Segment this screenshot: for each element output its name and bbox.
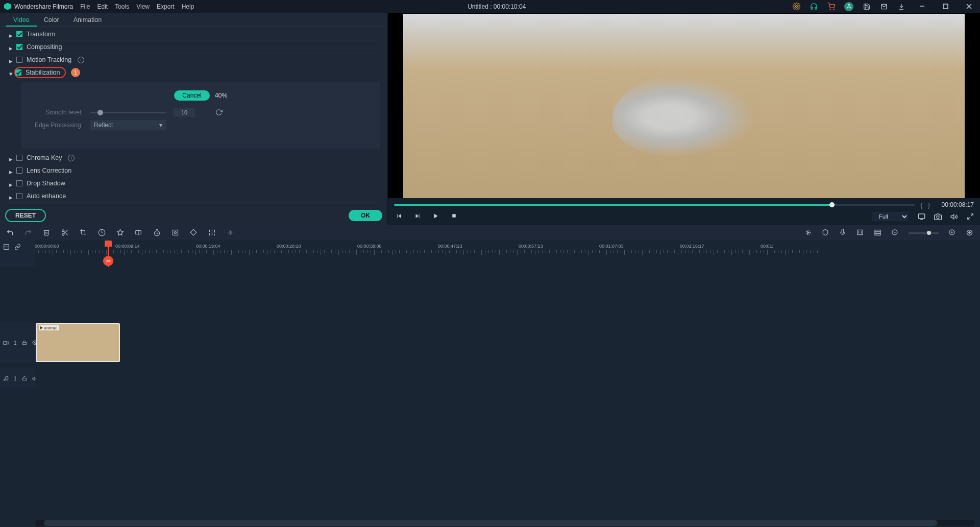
zoom-slider[interactable]	[909, 232, 939, 234]
user-avatar-icon[interactable]	[844, 2, 853, 11]
chevron-right-icon[interactable]: ▸	[9, 32, 14, 37]
drop-shadow-checkbox[interactable]	[16, 180, 22, 186]
chevron-right-icon[interactable]: ▸	[9, 155, 14, 160]
effect-auto-enhance[interactable]: ▸ Auto enhance	[7, 190, 380, 203]
keyframe-icon[interactable]	[190, 229, 198, 237]
timeline-ruler[interactable]: 00:00:00:0000:00:09:1400:00:19:0400:00:2…	[35, 241, 980, 267]
chevron-right-icon[interactable]: ▸	[9, 168, 14, 173]
menu-edit[interactable]: Edit	[97, 3, 108, 10]
settings-icon[interactable]	[792, 3, 800, 11]
speed-icon[interactable]	[98, 229, 106, 237]
effect-motion-tracking[interactable]: ▸ Motion Tracking i	[7, 54, 380, 66]
support-icon[interactable]	[810, 3, 818, 11]
download-icon[interactable]	[897, 3, 905, 11]
menu-view[interactable]: View	[136, 3, 150, 10]
voiceover-icon[interactable]	[839, 229, 847, 237]
svg-marker-68	[32, 377, 34, 380]
zoom-fit-icon[interactable]	[966, 229, 974, 237]
effect-transform[interactable]: ▸ Transform	[7, 28, 380, 41]
track-lock-icon[interactable]	[22, 376, 27, 381]
transform-checkbox[interactable]	[16, 31, 22, 37]
auto-enhance-checkbox[interactable]	[16, 193, 22, 199]
window-minimize-button[interactable]	[915, 2, 929, 12]
compositing-checkbox[interactable]	[16, 44, 22, 50]
reset-smooth-icon[interactable]	[215, 109, 223, 116]
timeline-scrollbar[interactable]	[35, 520, 975, 526]
color-match-icon[interactable]	[116, 229, 125, 237]
marker-icon[interactable]	[822, 229, 830, 237]
ruler-timestamp: 00:01:	[761, 244, 773, 249]
track-manager-icon[interactable]	[874, 229, 882, 237]
chevron-right-icon[interactable]: ▸	[9, 194, 14, 199]
audio-waveform-icon[interactable]	[227, 229, 235, 237]
mark-in-icon[interactable]: {	[920, 201, 922, 209]
undo-icon[interactable]	[6, 229, 14, 237]
audio-track-body[interactable]	[35, 368, 980, 389]
step-forward-button[interactable]	[414, 213, 422, 220]
preview-quality-icon[interactable]	[918, 213, 925, 220]
chevron-down-icon[interactable]: ▾	[9, 70, 14, 75]
step-back-button[interactable]	[396, 213, 403, 220]
crop-icon[interactable]	[80, 229, 88, 237]
cart-icon[interactable]	[827, 3, 835, 11]
effect-stabilization[interactable]: ▾ Stabilization 1	[7, 66, 380, 79]
volume-icon[interactable]	[950, 213, 958, 220]
audio-mixer-icon[interactable]	[856, 229, 865, 237]
tracking-icon[interactable]	[172, 229, 180, 237]
mixer-icon[interactable]	[208, 229, 216, 237]
timeline-collapse-icon[interactable]	[3, 244, 10, 251]
effect-compositing[interactable]: ▸ Compositing	[7, 41, 380, 54]
reset-button[interactable]: RESET	[5, 209, 46, 222]
mark-out-icon[interactable]: }	[928, 201, 930, 209]
smooth-level-slider[interactable]	[90, 112, 166, 113]
split-icon[interactable]	[61, 229, 69, 237]
redo-icon[interactable]	[24, 229, 33, 237]
render-preview-icon[interactable]	[804, 229, 813, 237]
tab-video[interactable]: Video	[6, 13, 37, 27]
timeline-link-icon[interactable]	[14, 244, 21, 251]
help-icon[interactable]: i	[68, 155, 75, 161]
effect-chroma-key[interactable]: ▸ Chroma Key i	[7, 152, 380, 164]
ok-button[interactable]: OK	[349, 210, 382, 221]
preview-zoom-select[interactable]: Full	[872, 212, 909, 221]
freeze-frame-icon[interactable]	[135, 229, 143, 237]
zoom-out-icon[interactable]	[891, 229, 899, 237]
smooth-level-input[interactable]	[174, 108, 195, 117]
window-maximize-button[interactable]	[938, 2, 952, 12]
chevron-right-icon[interactable]: ▸	[9, 181, 14, 186]
scissors-icon[interactable]: ✂	[103, 256, 113, 266]
menu-file[interactable]: File	[80, 3, 90, 10]
help-icon[interactable]: i	[78, 57, 84, 63]
delete-icon[interactable]	[43, 229, 51, 237]
track-lock-icon[interactable]	[22, 340, 27, 345]
svg-point-66	[7, 378, 8, 380]
play-button[interactable]	[433, 213, 440, 220]
window-close-button[interactable]	[962, 2, 976, 12]
menu-tools[interactable]: Tools	[115, 3, 129, 10]
duration-icon[interactable]	[153, 229, 161, 237]
lens-correction-checkbox[interactable]	[16, 167, 22, 174]
motion-tracking-checkbox[interactable]	[16, 57, 22, 63]
tab-color[interactable]: Color	[37, 13, 66, 27]
menu-export[interactable]: Export	[157, 3, 175, 10]
zoom-in-icon[interactable]	[948, 229, 957, 237]
cancel-button[interactable]: Cancel	[174, 90, 209, 101]
stabilization-checkbox[interactable]	[15, 69, 21, 76]
timeline-playhead[interactable]: ✂	[108, 241, 109, 267]
chevron-right-icon[interactable]: ▸	[9, 57, 14, 62]
chevron-right-icon[interactable]: ▸	[9, 44, 14, 50]
stop-button[interactable]	[451, 213, 458, 220]
edge-processing-select[interactable]: Reflect ▾	[90, 120, 166, 130]
save-icon[interactable]	[863, 3, 871, 11]
timeline-clip[interactable]: animal	[36, 323, 120, 362]
snapshot-icon[interactable]	[934, 213, 941, 220]
effect-lens-correction[interactable]: ▸ Lens Correction	[7, 164, 380, 177]
video-track-body[interactable]: animal	[35, 322, 980, 363]
notifications-icon[interactable]	[880, 3, 888, 11]
menu-help[interactable]: Help	[182, 3, 194, 10]
effect-drop-shadow[interactable]: ▸ Drop Shadow	[7, 177, 380, 190]
tab-animation[interactable]: Animation	[66, 13, 109, 27]
chroma-key-checkbox[interactable]	[16, 155, 22, 161]
fullscreen-icon[interactable]	[967, 213, 974, 220]
playback-progress-slider[interactable]	[394, 204, 915, 206]
